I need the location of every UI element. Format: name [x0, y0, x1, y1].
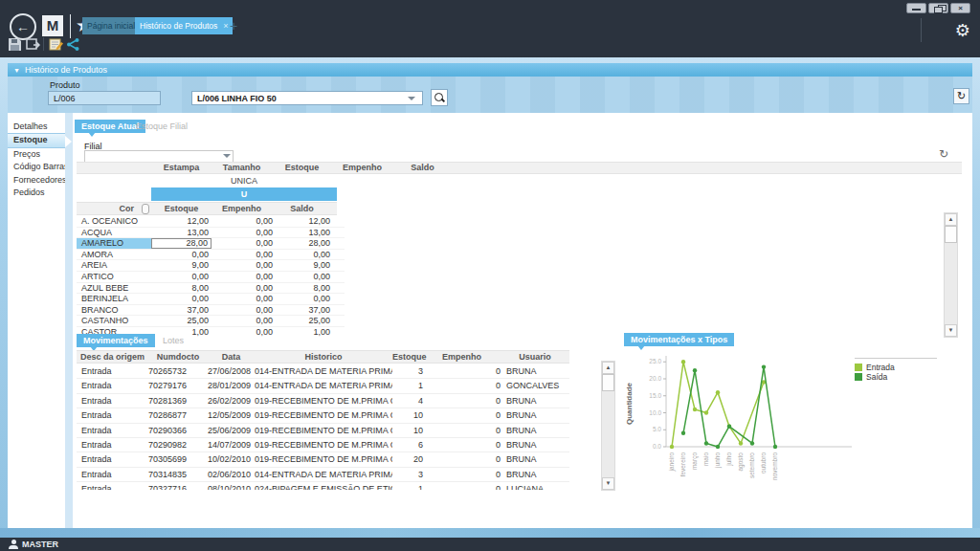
tamanho-value-row[interactable]: U [151, 187, 337, 201]
statusbar [0, 538, 980, 551]
refresh-button[interactable]: ↻ [953, 88, 969, 104]
scroll-up-arrow[interactable]: ▲ [602, 362, 614, 374]
sidebar-item-estoque[interactable]: Estoque [8, 133, 65, 147]
pivot-column-header[interactable]: Tamanho [212, 163, 272, 173]
color-row[interactable]: ARTICO0,000,000,00 [77, 272, 345, 283]
scroll-up-arrow[interactable]: ▲ [945, 213, 957, 226]
color-row[interactable]: AZUL BEBE8,000,008,00 [77, 283, 345, 295]
new-tab-button[interactable]: + [230, 18, 237, 33]
cor-cell: AMARELO [77, 238, 151, 249]
movement-cell: 70265732 [148, 364, 208, 378]
color-row[interactable]: AMORA0,000,000,00 [77, 250, 345, 261]
panel-header[interactable]: ▼Histórico de Produtos [8, 63, 972, 77]
column-header-saldo[interactable]: Saldo [272, 203, 332, 214]
product-code-field[interactable]: L/006 [48, 91, 161, 105]
movement-cell: 0 [423, 482, 501, 490]
sidebar-item-pedidos[interactable]: Pedidos [8, 187, 65, 199]
empenho-cell: 0,00 [212, 316, 276, 326]
save-icon[interactable] [8, 37, 22, 52]
product-name-combo[interactable]: L/006 LINHA FIO 50 [191, 91, 423, 105]
pivot-column-header[interactable]: Saldo [392, 163, 453, 173]
estampa-value-row[interactable]: UNICA [151, 175, 337, 187]
window-close-button[interactable]: × [950, 3, 970, 13]
color-row[interactable]: CASTANHO25,000,0025,00 [77, 316, 345, 327]
chart-legend: EntradaSaída [855, 358, 937, 382]
sidebar-item-código-barras[interactable]: Código Barras [8, 161, 65, 173]
color-row[interactable]: A. OCEANICO12,000,0012,00 [77, 216, 345, 228]
movement-row[interactable]: Entrada7029036625/06/2009019-RECEBIMENTO… [77, 424, 569, 438]
pivot-scrollbar[interactable]: ▲ ▼ [944, 212, 958, 338]
movement-row[interactable]: Entrada7028136926/02/2009019-RECEBIMENTO… [77, 394, 569, 408]
pivot-column-header[interactable]: Estoque [272, 163, 332, 173]
product-search-button[interactable] [431, 89, 448, 106]
tab-close-icon[interactable]: × [223, 21, 228, 31]
color-row[interactable]: BRANCO37,000,0037,00 [77, 305, 345, 317]
tab-movimentacoes-x-tipos[interactable]: Movimentações x Tipos [624, 333, 734, 346]
chevron-down-icon[interactable] [408, 97, 415, 100]
pivot-column-header[interactable]: Estampa [151, 163, 212, 173]
column-header-cor[interactable]: Cor [77, 203, 134, 214]
column-header-estoque[interactable]: Estoque [151, 203, 212, 214]
back-button[interactable]: ← [10, 13, 36, 40]
collapse-icon[interactable]: ▼ [13, 67, 20, 74]
chevron-down-icon[interactable] [223, 154, 231, 158]
sidebar-item-fornecedores[interactable]: Fornecedores [8, 174, 65, 187]
movement-cell: BRUNA [501, 468, 569, 481]
movement-cell: 3 [392, 364, 423, 378]
export-icon[interactable] [26, 37, 40, 52]
pivot-column-header[interactable]: Empenho [332, 163, 392, 173]
scroll-down-arrow[interactable]: ▼ [945, 324, 957, 337]
movement-row[interactable]: Entrada7032771608/10/2010024-BIPAGEM E E… [77, 482, 569, 490]
tab-historico-de-produtos[interactable]: Histórico de Produtos× [135, 17, 233, 34]
app-logo-icon[interactable]: M [42, 15, 63, 36]
movements-column-header[interactable]: Desc da origem [77, 351, 148, 363]
color-row[interactable]: ACQUA13,000,0013,00 [77, 228, 345, 239]
movements-column-header[interactable]: Data [208, 351, 255, 363]
settings-gear-icon[interactable]: ⚙ [955, 20, 970, 41]
scroll-down-arrow[interactable]: ▼ [602, 477, 614, 490]
scrollbar-thumb[interactable] [602, 374, 614, 391]
refresh-icon[interactable]: ↻ [939, 147, 948, 161]
scrollbar-thumb[interactable] [945, 226, 957, 243]
movement-cell: 10 [392, 408, 423, 422]
sidebar-item-preços[interactable]: Preços [8, 148, 65, 161]
share-icon[interactable] [66, 37, 80, 52]
estoque-cell[interactable]: 28,00 [151, 238, 212, 249]
pin-icon[interactable] [142, 204, 149, 214]
tab-estoque-filial[interactable]: Estoque Filial [136, 120, 188, 133]
empenho-cell: 0,00 [212, 216, 276, 227]
movement-row[interactable]: Entrada7028687712/05/2009019-RECEBIMENTO… [77, 408, 569, 423]
empenho-cell: 0,00 [212, 250, 276, 260]
column-header-empenho[interactable]: Empenho [212, 203, 272, 214]
svg-text:15.0: 15.0 [649, 392, 661, 399]
movement-row[interactable]: Entrada7030569910/02/2010019-RECEBIMENTO… [77, 452, 569, 467]
tab-lotes[interactable]: Lotes [163, 334, 184, 347]
movement-cell: Entrada [77, 408, 148, 422]
movement-cell: Entrada [77, 482, 148, 490]
window-restore-button[interactable] [928, 3, 948, 13]
empenho-cell: 0,00 [212, 272, 276, 282]
edit-note-icon[interactable] [49, 37, 63, 52]
movements-column-header[interactable]: Historico [255, 351, 392, 363]
tab-movimentacoes[interactable]: Movimentações [77, 334, 155, 347]
color-row[interactable]: AMARELO28,000,0028,00 [77, 238, 345, 250]
movements-table: Entrada7026573227/06/2008014-ENTRADA DE … [77, 364, 569, 490]
movement-cell: 10/02/2010 [208, 452, 255, 466]
movement-row[interactable]: Entrada7027917628/01/2009014-ENTRADA DE … [77, 379, 569, 393]
color-row[interactable]: BERINJELA0,000,000,00 [77, 294, 345, 305]
saldo-cell: 37,00 [276, 305, 333, 316]
movements-column-header[interactable]: Usuario [501, 351, 569, 363]
movement-row[interactable]: Entrada7031483502/06/2010014-ENTRADA DE … [77, 468, 569, 482]
movements-scrollbar[interactable]: ▲ ▼ [601, 361, 615, 491]
movements-column-header[interactable]: Empenho [423, 351, 501, 363]
movement-cell: 0 [423, 438, 501, 452]
movements-column-header[interactable]: Estoque [392, 351, 423, 363]
sidebar-item-detalhes[interactable]: Detalhes [8, 121, 65, 133]
cor-cell: BERINJELA [77, 294, 151, 304]
window-minimize-button[interactable] [906, 3, 926, 13]
tab-pagina-inicial[interactable]: Página inicial× [82, 17, 142, 34]
movement-row[interactable]: Entrada7029098214/07/2009019-RECEBIMENTO… [77, 438, 569, 452]
color-row[interactable]: AREIA9,000,009,00 [77, 260, 345, 272]
movement-row[interactable]: Entrada7026573227/06/2008014-ENTRADA DE … [77, 364, 569, 379]
movements-column-header[interactable]: Numdocto [148, 351, 208, 363]
